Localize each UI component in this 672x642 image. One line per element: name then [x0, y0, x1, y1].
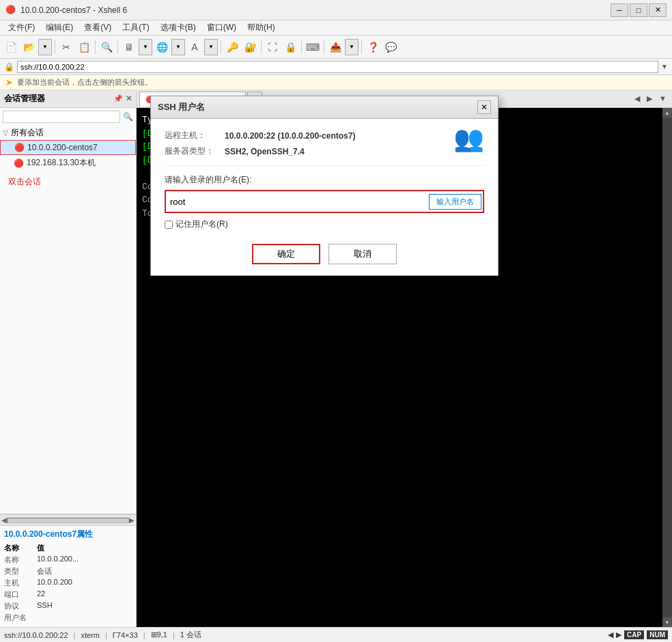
- tree-group-all[interactable]: ▽ 所有会话: [0, 126, 136, 140]
- toolbar-display-dropdown[interactable]: ▼: [139, 39, 152, 55]
- dialog-ok-btn[interactable]: 确定: [252, 244, 320, 264]
- properties-panel: 10.0.0.200-centos7属性 名称 值 名称 10.0.0.200.…: [0, 525, 136, 627]
- scroll-right-arrow[interactable]: ▶: [129, 516, 135, 524]
- dialog-divider: [165, 165, 484, 166]
- sidebar-item-local[interactable]: 🔴 192.168.13.30本机: [0, 155, 136, 171]
- close-button[interactable]: ✕: [649, 3, 667, 17]
- status-sep1: |: [74, 631, 76, 639]
- prop-key-name: 名称: [4, 555, 31, 565]
- prop-key-protocol: 协议: [4, 601, 31, 611]
- toolbar-keyboard[interactable]: ⌨: [305, 39, 321, 55]
- toolbar-send-dropdown[interactable]: ▼: [345, 39, 359, 55]
- minimize-button[interactable]: ─: [611, 3, 628, 17]
- session-icon-local: 🔴: [14, 158, 24, 168]
- dialog-titlebar: SSH 用户名 ✕: [151, 96, 498, 119]
- status-cap-area: ◀ ▶ CAP NUM: [608, 630, 668, 639]
- toolbar-globe-dropdown[interactable]: ▼: [171, 39, 185, 55]
- prop-row-port: 端口 22: [4, 589, 132, 600]
- sidebar-search-input[interactable]: [3, 111, 120, 123]
- scroll-track[interactable]: [7, 518, 129, 523]
- menu-edit[interactable]: 编辑(E): [40, 20, 79, 35]
- dialog-input-username-btn[interactable]: 输入用户名: [429, 194, 481, 210]
- toolbar-sep5: [261, 40, 262, 54]
- toolbar-help[interactable]: ❓: [365, 39, 381, 55]
- toolbar-sep8: [361, 40, 362, 54]
- menu-window[interactable]: 窗口(W): [201, 20, 242, 35]
- scroll-left-arrow[interactable]: ◀: [1, 516, 7, 524]
- dialog-remember-row: 记住用户名(R): [165, 219, 484, 230]
- toolbar-globe[interactable]: 🌐: [154, 39, 170, 55]
- toolbar-new[interactable]: 📄: [3, 39, 19, 55]
- dialog-username-label: 请输入登录的用户名(E):: [165, 174, 484, 186]
- sidebar-close-btn[interactable]: ✕: [126, 94, 132, 103]
- toolbar-open-dropdown[interactable]: ▼: [38, 39, 52, 55]
- tree-group-label: 所有会话: [11, 127, 44, 139]
- double-click-hint: 双击会话: [0, 171, 136, 193]
- toolbar-search[interactable]: 🔍: [98, 39, 115, 55]
- toolbar-expand[interactable]: ⛶: [264, 39, 281, 55]
- toolbar-copy[interactable]: 📋: [76, 39, 92, 55]
- toolbar-key2[interactable]: 🔐: [242, 39, 258, 55]
- dialog-close-btn[interactable]: ✕: [477, 100, 491, 114]
- prop-val-port: 22: [37, 589, 45, 600]
- dialog-remember-checkbox[interactable]: [165, 221, 173, 229]
- toolbar-lock[interactable]: 🔒: [282, 39, 298, 55]
- address-bar: 🔒 ▼: [0, 59, 672, 75]
- prop-key-type: 类型: [4, 566, 31, 576]
- menu-file[interactable]: 文件(F): [3, 20, 40, 35]
- dialog-cancel-btn[interactable]: 取消: [328, 244, 397, 264]
- toolbar-key1[interactable]: 🔑: [224, 39, 240, 55]
- session-label-centos7: 10.0.0.200-centos7: [27, 143, 98, 152]
- sidebar-item-centos7[interactable]: 🔴 10.0.0.200-centos7: [0, 140, 136, 155]
- toolbar-cut[interactable]: ✂: [58, 39, 74, 55]
- toolbar-send[interactable]: 📤: [327, 39, 344, 55]
- title-bar: 🔴 10.0.0.200-centos7 - Xshell 6 ─ □ ✕: [0, 0, 672, 20]
- sidebar-bottom: ◀ ▶: [0, 514, 136, 525]
- tab-nav-left[interactable]: ◀: [632, 93, 643, 104]
- dialog-input-row: 输入用户名: [165, 190, 484, 213]
- menu-view[interactable]: 查看(V): [79, 20, 117, 35]
- prop-row-host: 主机 10.0.0.200: [4, 578, 132, 588]
- sidebar-search-icon[interactable]: 🔍: [123, 112, 133, 122]
- dialog-body: 远程主机： 10.0.0.200:22 (10.0.0.200-centos7)…: [151, 119, 498, 275]
- prop-val-type: 会话: [37, 566, 52, 576]
- menu-help[interactable]: 帮助(H): [242, 20, 281, 35]
- status-nav-right[interactable]: ▶: [616, 630, 621, 639]
- dialog-users-icon: 👥: [453, 124, 484, 153]
- toolbar-sep7: [324, 40, 324, 54]
- address-icon: 🔒: [4, 62, 14, 72]
- menu-bar: 文件(F) 编辑(E) 查看(V) 工具(T) 选项卡(B) 窗口(W) 帮助(…: [0, 20, 672, 36]
- maximize-button[interactable]: □: [630, 3, 647, 17]
- terminal-scroll-up[interactable]: ▲: [662, 108, 672, 117]
- prop-val-host: 10.0.0.200: [37, 578, 72, 588]
- tab-nav-right[interactable]: ▶: [644, 93, 655, 104]
- toolbar-sep6: [301, 40, 302, 54]
- toolbar-font[interactable]: A: [186, 39, 203, 55]
- dialog-title: SSH 用户名: [158, 101, 205, 113]
- status-sep3: |: [143, 631, 145, 639]
- address-dropdown-arrow[interactable]: ▼: [661, 63, 668, 70]
- tab-nav-menu[interactable]: ▼: [656, 93, 669, 104]
- dialog-remote-host-label: 远程主机：: [165, 130, 219, 141]
- status-nav-left[interactable]: ◀: [608, 630, 613, 639]
- terminal-scroll-thumb[interactable]: [662, 117, 672, 617]
- status-bar: ssh://10.0.0.200:22 | xterm | Γ74×33 | ⊞…: [0, 627, 672, 642]
- dialog-username-input[interactable]: [167, 193, 423, 210]
- toolbar-display[interactable]: 🖥: [121, 39, 137, 55]
- prop-col-key: 名称: [4, 543, 31, 553]
- prop-row-protocol: 协议 SSH: [4, 601, 132, 611]
- terminal-scroll-down[interactable]: ▼: [662, 617, 672, 627]
- prop-key-port: 端口: [4, 589, 31, 600]
- toolbar-open[interactable]: 📂: [20, 39, 37, 55]
- menu-tabs[interactable]: 选项卡(B): [155, 20, 201, 35]
- terminal-scrollbar[interactable]: ▲ ▼: [662, 108, 672, 627]
- menu-tools[interactable]: 工具(T): [117, 20, 154, 35]
- address-input[interactable]: [17, 61, 658, 73]
- notification-bar: ➤ 要添加当前会话，点击左侧的箭头按钮。: [0, 75, 672, 90]
- sidebar-header-controls: 📌 ✕: [113, 94, 132, 103]
- notification-text: 要添加当前会话，点击左侧的箭头按钮。: [17, 77, 152, 87]
- toolbar-font-dropdown[interactable]: ▼: [204, 39, 218, 55]
- toolbar-chat[interactable]: 💬: [382, 39, 399, 55]
- window-controls: ─ □ ✕: [611, 3, 667, 17]
- sidebar-pin-btn[interactable]: 📌: [113, 94, 123, 103]
